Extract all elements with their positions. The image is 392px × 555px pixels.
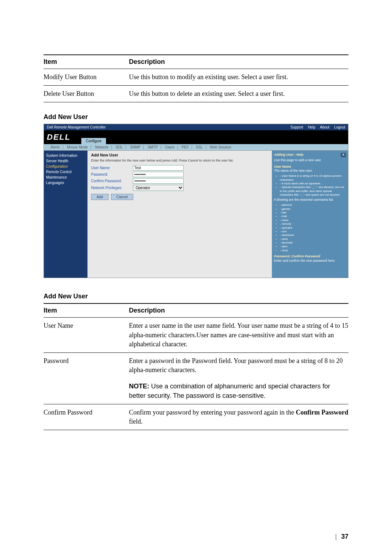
confirm-password-input[interactable] (133, 178, 184, 184)
confirm-password-label: Confirm Password: (91, 179, 133, 183)
sidebar-item[interactable]: Maintenance (46, 175, 85, 180)
help-header: Adding User - Help X (274, 153, 346, 157)
help-section-username: User Name (274, 165, 346, 169)
sidebar-item[interactable]: Languages (46, 180, 85, 185)
add-button[interactable]: Add (91, 194, 109, 200)
table-row-note: NOTE: Use a combination of alphanumeric … (44, 378, 348, 404)
ss-titlebar-links: Support Help About Logout (287, 125, 345, 129)
form-row-privileges: Network Privileges: Operator (91, 185, 268, 191)
dell-logo: DELL (47, 132, 81, 144)
table2-header-item: Item (44, 303, 129, 318)
ss-subtab[interactable]: Web Session (207, 145, 234, 149)
help-reserved-item: - daemon (280, 203, 346, 207)
help-password-desc: Enter and confirm the new password here. (274, 259, 346, 263)
sidebar-item-active[interactable]: Configuration (46, 164, 85, 169)
sidebar-item[interactable]: Server Health (46, 158, 85, 164)
ss-subtab[interactable]: SSL (193, 145, 206, 149)
help-section-password: Password, Confirm Password (274, 254, 346, 259)
cell-item: User Name (44, 318, 129, 353)
table-row: Confirm Password Confirm your password b… (44, 404, 348, 430)
ss-subtab[interactable]: Mouse Mode (64, 145, 91, 149)
ss-subtab[interactable]: SMTP (145, 145, 161, 149)
sidebar-item[interactable]: System Information (46, 153, 85, 158)
table1-header-desc: Description (129, 55, 348, 69)
ss-body: System Information Server Health Configu… (44, 151, 348, 278)
help-close-icon[interactable]: X (341, 153, 346, 157)
help-reserved-item: - stunnel4 (280, 241, 346, 245)
help-reserved-item: - sshd (280, 237, 346, 241)
ss-main-panel: Add New User Enter the information for t… (87, 151, 272, 278)
privileges-label: Network Privileges: (91, 186, 133, 190)
note-text: Use a combination of alphanumeric and sp… (129, 383, 330, 399)
table-row: Modify User Button Use this button to mo… (44, 69, 348, 86)
form-buttons: Add Cancel (91, 194, 268, 200)
ss-main-tab[interactable]: Configure (81, 138, 106, 144)
desc-suffix: field. (129, 418, 143, 425)
help-reserved-item: - uucp (280, 249, 346, 252)
table-row: Password Enter a password in the Passwor… (44, 352, 348, 378)
sidebar-item[interactable]: Remote Control (46, 169, 85, 175)
desc-prefix: Confirm your password by entering your p… (129, 409, 296, 416)
ss-titlebar: Dell Remote Management Controller Suppor… (44, 124, 348, 130)
ss-subtab[interactable]: PEF (179, 145, 192, 149)
ss-titlebar-title: Dell Remote Management Controller (47, 125, 106, 129)
form-row-username: User Name: (91, 165, 268, 171)
help-intro: Use this page to add a new user. (274, 158, 346, 163)
ss-help-panel: Adding User - Help X Use this page to ad… (272, 151, 348, 278)
help-title: Adding User - Help (274, 153, 303, 157)
help-reserved-item: - sync (280, 245, 346, 248)
password-input[interactable] (133, 172, 184, 177)
cell-item: Confirm Password (44, 404, 129, 430)
ss-subtab[interactable]: Users (162, 145, 177, 149)
help-bullet: - It must starts with an alphabet. (280, 182, 346, 185)
cell-item: Modify User Button (44, 69, 129, 86)
username-input[interactable] (133, 165, 184, 171)
help-username-desc: The name of the new user. (274, 169, 346, 173)
password-label: Password: (91, 172, 133, 176)
page-number-divider: | (335, 533, 337, 540)
help-reserved-list: - daemon - games - halt - mail - news - … (280, 203, 346, 252)
cell-item: Password (44, 352, 129, 378)
ss-subtab[interactable]: SOL (113, 145, 126, 149)
help-reserved-item: - halt (280, 211, 346, 215)
cell-desc: Enter a user name in the user name field… (129, 318, 348, 353)
ss-link-about[interactable]: About (320, 125, 329, 129)
section-title-add-new-user-2: Add New User (44, 293, 348, 300)
desc-bold: Confirm Password (296, 409, 348, 416)
ss-link-help[interactable]: Help (308, 125, 315, 129)
note-label: NOTE: (129, 383, 149, 390)
ss-header: DELL Configure (44, 130, 348, 144)
ss-main-instruction: Enter the information for the new user b… (91, 159, 268, 162)
section-title-add-new-user: Add New User (44, 113, 348, 121)
cell-desc: Confirm your password by entering your p… (129, 404, 348, 430)
cell-item: Delete User Button (44, 86, 129, 102)
privileges-select[interactable]: Operator (133, 185, 184, 191)
cell-note: NOTE: Use a combination of alphanumeric … (129, 378, 348, 404)
cell-desc: Enter a password in the Password field. … (129, 352, 348, 378)
help-reserved-item: - games (280, 207, 346, 211)
help-reserved-item: - news (280, 219, 346, 222)
help-reserved-item: - operator (280, 226, 346, 230)
username-label: User Name: (91, 166, 133, 170)
ss-subtab[interactable]: Alerts (48, 145, 63, 149)
help-reserved-item: - nobody (280, 222, 346, 226)
cell-desc: Use this button to modify an existing us… (129, 69, 348, 86)
table2-header-desc: Description (129, 303, 348, 318)
help-reserved-intro: Following are the reserved username list… (274, 198, 346, 202)
help-username-rules: - User Name is a string of 4 to 15 alpha… (280, 174, 346, 197)
ss-subtab[interactable]: SNMP (127, 145, 144, 149)
ss-link-logout[interactable]: Logout (334, 125, 345, 129)
page-number: |37 (335, 533, 348, 540)
cancel-button[interactable]: Cancel (111, 194, 133, 200)
table-row: User Name Enter a user name in the user … (44, 318, 348, 353)
help-reserved-item: - root (280, 230, 346, 233)
add-user-fields-table: Item Description User Name Enter a user … (44, 303, 348, 430)
help-bullet: - Special characters like '_', '-' are a… (280, 185, 346, 197)
embedded-screenshot: Dell Remote Management Controller Suppor… (44, 124, 348, 278)
table1-header-item: Item (44, 55, 129, 69)
ss-subtab[interactable]: Network (92, 145, 112, 149)
form-row-confirm: Confirm Password: (91, 178, 268, 184)
ss-link-support[interactable]: Support (290, 125, 303, 129)
help-reserved-item: - mail (280, 215, 346, 218)
help-bullet: - User Name is a string of 4 to 15 alpha… (280, 174, 346, 182)
